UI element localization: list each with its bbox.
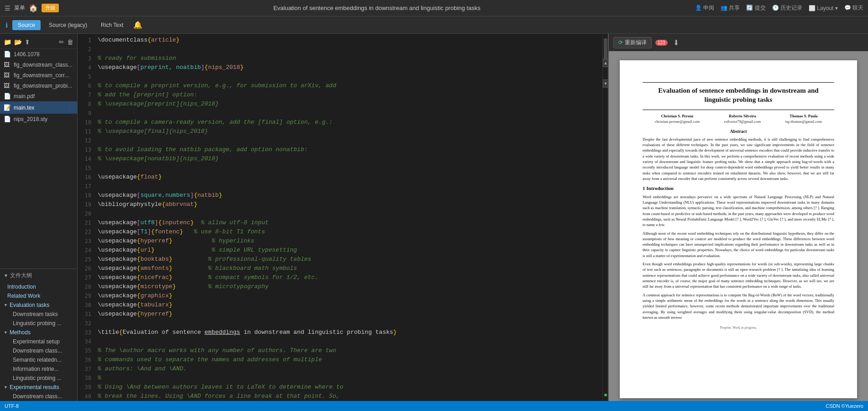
outline-downstream-class2[interactable]: Downstream class... xyxy=(0,392,77,401)
editor-toolbar: ℹ Source Source (legacy) Rich Text 🔔 xyxy=(0,16,868,34)
trash-icon[interactable]: 🗑 xyxy=(67,38,73,46)
file-item-main-pdf[interactable]: 📄 main.pdf xyxy=(0,91,77,101)
code-line-8: % \usepackage[preprint]{nips_2018} xyxy=(98,100,599,109)
layout-btn[interactable]: ⬜ Layout ▾ xyxy=(809,5,838,11)
outline-info-retrieval[interactable]: Information retrie... xyxy=(0,364,77,374)
status-bar: UTF-8 CSDN ©Yuezero xyxy=(0,401,868,411)
outline-downstream[interactable]: Downstream tasks xyxy=(0,310,77,319)
code-content[interactable]: \documentclass{article} % ready for subm… xyxy=(94,34,602,401)
pdf-author-2: Roberto Silveira rsilveira79@gmail.com xyxy=(724,114,761,125)
code-line-39: % Using \And between authors leaves it t… xyxy=(98,383,599,392)
file-name-main-pdf: main.pdf xyxy=(14,93,35,100)
review-btn[interactable]: 👤 申阅 xyxy=(695,4,714,12)
source-tab[interactable]: Source xyxy=(12,20,41,30)
outline-linguistic-probing2[interactable]: Linguistic probing ... xyxy=(0,374,77,383)
rich-text-tab[interactable]: Rich Text xyxy=(95,20,129,30)
outline-downstream-class[interactable]: Downstream class... xyxy=(0,346,77,355)
file-item-fig-probi[interactable]: 🖼 fig_downstream_probi... xyxy=(0,80,77,91)
pdf-intro-text4: A common approach for sentence represent… xyxy=(643,292,834,321)
outline-semantic[interactable]: Semantic relatedn... xyxy=(0,355,77,364)
recompile-label: 重新编译 xyxy=(625,39,647,47)
line-numbers: 1234567891011121314151617181920212223242… xyxy=(78,34,94,401)
file-icon-main-pdf: 📄 xyxy=(4,93,11,100)
file-item-nips-sty[interactable]: 📄 nips_2018.sty xyxy=(0,114,77,124)
editor-scroll[interactable]: 1234567891011121314151617181920212223242… xyxy=(78,34,608,401)
file-item-fig-corr[interactable]: 🖼 fig_downstream_corr... xyxy=(0,70,77,80)
file-icon-main-tex: 📝 xyxy=(4,104,11,111)
outline-related-work[interactable]: Related Work xyxy=(0,291,77,300)
line-number-3: 3 xyxy=(78,54,91,63)
pdf-intro-text3: Even though word embeddings produce high… xyxy=(643,261,834,290)
outline-exp-setup[interactable]: Experimental setup xyxy=(0,337,77,346)
file-icon-nips-sty: 📄 xyxy=(4,116,11,122)
code-line-13: % to avoid loading the natbib package, a… xyxy=(98,145,599,154)
file-list: 📁 📂 ⬆ ✏ 🗑 📄 1406.1078 🖼 fig_downstream_c… xyxy=(0,34,77,269)
line-number-25: 25 xyxy=(78,255,91,264)
results-caret: ▼ xyxy=(0,385,8,390)
code-line-7: % add the [preprint] option: xyxy=(98,90,599,100)
chat-btn[interactable]: 💬 联天 xyxy=(844,4,863,12)
new-folder-icon[interactable]: 📂 xyxy=(14,38,22,46)
code-line-20 xyxy=(98,209,599,218)
line-number-21: 21 xyxy=(78,218,91,227)
pdf-author-3: Thomas S. Paula tsp.thomas@gmail.com xyxy=(785,114,822,125)
line-number-32: 32 xyxy=(78,319,91,328)
code-line-25: \usepackage{booktabs} % professional-qua… xyxy=(98,255,599,264)
recompile-button[interactable]: ⟳ 重新编译 xyxy=(613,37,652,48)
line-number-14: 14 xyxy=(78,154,91,163)
line-number-17: 17 xyxy=(78,182,91,191)
outline-tree: Introduction Related Work ▼ Evaluation t… xyxy=(0,282,77,401)
status-right: CSDN ©Yuezero xyxy=(826,403,863,409)
file-icon-1406: 📄 xyxy=(4,51,11,58)
scroll-up-arrow[interactable]: ▲ xyxy=(603,59,608,67)
code-line-19: \bibliographystyle{abbrvnat} xyxy=(98,200,599,209)
new-file-icon[interactable]: 📁 xyxy=(4,38,11,46)
outline-header[interactable]: ▼ 文件大纲 xyxy=(0,269,77,282)
file-item-main-tex[interactable]: 📝 main.tex ⋮ xyxy=(0,101,77,114)
main-layout: 📁 📂 ⬆ ✏ 🗑 📄 1406.1078 🖼 fig_downstream_c… xyxy=(0,34,868,401)
line-number-35: 35 xyxy=(78,346,91,355)
home-icon[interactable]: 🏠 xyxy=(29,4,38,12)
code-line-5 xyxy=(98,72,599,81)
line-number-27: 27 xyxy=(78,273,91,282)
line-number-10: 10 xyxy=(78,118,91,127)
download-icon[interactable]: ⬇ xyxy=(673,38,679,47)
line-number-33: 33 xyxy=(78,328,91,337)
submit-btn[interactable]: 🔄 提交 xyxy=(746,4,765,12)
line-number-2: 2 xyxy=(78,45,91,54)
outline-exp-results[interactable]: Experimental results xyxy=(8,383,63,392)
line-number-22: 22 xyxy=(78,227,91,237)
line-number-39: 39 xyxy=(78,383,91,392)
outline-title: 文件大纲 xyxy=(10,272,32,279)
line-number-4: 4 xyxy=(78,63,91,72)
code-line-35: % The \author macro works with any numbe… xyxy=(98,346,599,355)
upload-icon[interactable]: ⬆ xyxy=(25,38,30,46)
notify-icon[interactable]: 🔔 xyxy=(131,20,144,30)
code-line-6: % to compile a preprint version, e.g., f… xyxy=(98,81,599,90)
file-item-fig-class[interactable]: 🖼 fig_downstream_class... xyxy=(0,59,77,70)
pdf-content[interactable]: Evaluation of sentence embeddings in dow… xyxy=(609,51,868,401)
line-number-26: 26 xyxy=(78,264,91,273)
code-line-29: \usepackage{graphicx} xyxy=(98,291,599,300)
editor-right-edge[interactable]: ▲ ▼ xyxy=(602,34,608,401)
outline-linguistic-probing1[interactable]: Linguistic probing ... xyxy=(0,319,77,328)
history-btn[interactable]: 🕐 历史记录 xyxy=(772,4,802,12)
source-legacy-tab[interactable]: Source (legacy) xyxy=(43,20,93,30)
share-btn[interactable]: 👥 共享 xyxy=(721,4,740,12)
outline-methods[interactable]: Methods xyxy=(8,328,34,337)
code-line-34 xyxy=(98,337,599,346)
file-item-1406[interactable]: 📄 1406.1078 xyxy=(0,49,77,59)
pencil-icon[interactable]: ✏ xyxy=(59,38,64,46)
file-name-fig-class: fig_downstream_class... xyxy=(14,62,73,68)
scroll-down-arrow[interactable]: ▼ xyxy=(603,79,608,88)
outline-eval-tasks[interactable]: Evaluation tasks xyxy=(8,300,53,310)
file-more-icon[interactable]: ⋮ xyxy=(66,103,73,112)
top-bar-right: 👤 申阅 👥 共享 🔄 提交 🕐 历史记录 ⬜ Layout ▾ 💬 联天 xyxy=(695,4,863,12)
menu-icon[interactable]: ☰ xyxy=(5,5,10,12)
file-icon-fig-probi: 🖼 xyxy=(4,82,11,89)
upgrade-button[interactable]: 升级 xyxy=(42,4,59,12)
code-line-3: % ready for submission xyxy=(98,54,599,63)
line-number-9: 9 xyxy=(78,109,91,118)
file-icon-fig-corr: 🖼 xyxy=(4,72,11,79)
outline-introduction[interactable]: Introduction xyxy=(0,282,77,291)
